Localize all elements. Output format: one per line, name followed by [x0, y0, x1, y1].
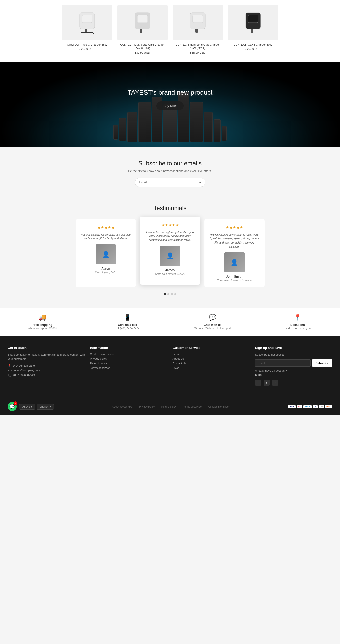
- footer-phone: 📞 +86 13326882549: [8, 374, 85, 377]
- feature-icon-4: 📍: [258, 314, 338, 321]
- paypal-icon: PP: [313, 405, 318, 408]
- bottom-link-2[interactable]: Refund policy: [161, 405, 177, 408]
- footer-signup-subtitle: Subscribe to get specia: [255, 353, 332, 357]
- testimonials-dots: [5, 293, 335, 303]
- testimonial-avatar-3: 👤: [224, 252, 245, 272]
- footer-login-link[interactable]: login: [255, 373, 332, 376]
- footer-info-link-3[interactable]: Refund policy: [90, 362, 167, 365]
- footer-info-link-2[interactable]: Privacy policy: [90, 357, 167, 360]
- product-name-1: CUKTECH Type-C Charger 65W: [62, 43, 112, 46]
- footer-address: 📍 2404 Ashton Lane: [8, 364, 85, 367]
- footer-cs-link-3[interactable]: Contact Us: [173, 362, 250, 365]
- footer-email-input[interactable]: [255, 359, 311, 367]
- svg-rect-1: [82, 15, 92, 23]
- product-name-4: CUKTECH GaN3 Charger 30W: [228, 43, 278, 46]
- footer-cs-link-1[interactable]: Search: [173, 353, 250, 356]
- currency-selector[interactable]: USD $ ▾: [19, 404, 35, 410]
- testimonial-name-3: John Smith: [209, 275, 260, 278]
- testimonial-stars-2: ★★★★★: [145, 223, 195, 227]
- subscribe-subtitle: Be the first to know about new collectio…: [5, 169, 335, 173]
- mastercard-icon: MC: [297, 405, 302, 408]
- facebook-icon[interactable]: f: [255, 380, 261, 386]
- footer-email-form: Subscribe: [255, 359, 332, 367]
- bottom-bar: 💬 1 USD $ ▾ English ▾ ©2024 tayest-luxe …: [0, 398, 340, 415]
- testimonials-section: Testimonials ★★★★★ Not only suitable for…: [0, 194, 340, 308]
- amex-icon: AMEX: [303, 405, 312, 408]
- svg-rect-2: [85, 29, 87, 33]
- chat-widget[interactable]: 💬 1: [8, 402, 17, 411]
- product-image-1: [62, 5, 112, 40]
- footer-information-title: Information: [90, 346, 167, 350]
- bottom-link-4[interactable]: Contact information: [208, 405, 230, 408]
- feature-subtitle-2: +1 (201) 555-5555: [88, 327, 168, 330]
- subscribe-submit-button[interactable]: →: [195, 178, 205, 187]
- svg-rect-12: [248, 15, 258, 23]
- product-price-1: $25.90 USD: [62, 47, 112, 50]
- footer-get-in-touch-title: Get in touch: [8, 346, 85, 350]
- bottom-link-3[interactable]: Terms of service: [183, 405, 202, 408]
- testimonial-dot-4[interactable]: [174, 293, 176, 295]
- testimonial-name-2: James: [145, 268, 195, 272]
- bottom-link-1[interactable]: Privacy policy: [139, 405, 155, 408]
- product-image-2: [117, 5, 168, 40]
- discover-icon: DISC: [325, 405, 332, 408]
- svg-rect-13: [251, 29, 253, 33]
- svg-rect-7: [140, 29, 142, 33]
- testimonials-grid: ★★★★★ Not only suitable for personal use…: [5, 219, 335, 287]
- product-card-4[interactable]: CUKTECH GaN3 Charger 30W $29.90 USD: [228, 5, 278, 54]
- product-card-3[interactable]: CUKTECH Multi-ports GaN Charger 65W (2C1…: [173, 5, 223, 54]
- diners-icon: DC: [319, 405, 324, 408]
- footer-get-in-touch: Get in touch Share contact information, …: [8, 346, 85, 386]
- product-name-2: CUKTECH Multi-ports GaN Charger 65W (2C1…: [117, 43, 168, 50]
- svg-rect-6: [137, 15, 148, 23]
- footer-information: Information Contact informationPrivacy p…: [90, 346, 167, 386]
- footer-account-text: Already have an account?: [255, 369, 332, 372]
- testimonial-name-1: Aaron: [81, 267, 131, 270]
- youtube-icon[interactable]: ▶: [264, 380, 270, 386]
- footer-info-link-1[interactable]: Contact information: [90, 353, 167, 356]
- products-section: CUKTECH Type-C Charger 65W $25.90 USD CU…: [0, 0, 340, 62]
- footer-signup: Sign up and save Subscribe to get specia…: [255, 346, 332, 386]
- hero-banner: TAYEST's brand new product Buy Now: [0, 62, 340, 147]
- svg-rect-9: [193, 15, 203, 23]
- footer-cs-link-4[interactable]: FAQs: [173, 366, 250, 369]
- testimonial-avatar-1: 👤: [96, 244, 116, 264]
- product-card-1[interactable]: CUKTECH Type-C Charger 65W $25.90 USD: [62, 5, 112, 54]
- product-card-2[interactable]: CUKTECH Multi-ports GaN Charger 65W (2C1…: [117, 5, 168, 54]
- feature-title-1: Free shipping: [3, 323, 82, 327]
- testimonial-location-2: State ST Fremont, U.S.A.: [145, 272, 195, 275]
- footer-info-link-4[interactable]: Terms of service: [90, 366, 167, 369]
- feature-subtitle-3: We offer 24-hour chat support: [173, 327, 253, 330]
- language-selector[interactable]: English ▾: [37, 404, 54, 410]
- location-icon: 📍: [8, 364, 11, 367]
- testimonial-dot-2[interactable]: [167, 293, 169, 295]
- email-icon: ✉: [8, 369, 10, 372]
- subscribe-form: →: [5, 178, 335, 187]
- testimonial-card-3: ★★★★★ This CUKTECH power bank is really …: [204, 219, 265, 287]
- testimonial-dot-3[interactable]: [171, 293, 173, 295]
- subscribe-email-input[interactable]: [135, 178, 195, 187]
- footer-email: ✉ contact@company.com: [8, 369, 85, 372]
- testimonial-card-2: ★★★★★ Compact in size, lightweight, and …: [140, 217, 200, 285]
- testimonial-location-1: Washington, D.C.: [81, 271, 131, 274]
- tiktok-icon[interactable]: ♪: [272, 380, 278, 386]
- feature-item-1: 🚚 Free shipping When you spend $100+: [0, 308, 85, 336]
- testimonial-stars-1: ★★★★★: [81, 225, 131, 230]
- footer-subscribe-button[interactable]: Subscribe: [312, 359, 332, 367]
- testimonial-stars-3: ★★★★★: [209, 225, 260, 230]
- hero-buy-now-button[interactable]: Buy Now: [156, 101, 183, 110]
- feature-subtitle-4: Find a store near you: [258, 327, 338, 330]
- footer-social-icons: f ▶ ♪: [255, 380, 332, 386]
- footer-customer-service-title: Customer Service: [173, 346, 250, 350]
- footer-customer-service: Customer Service SearchAbout UsContact U…: [173, 346, 250, 386]
- feature-item-4: 📍 Locations Find a store near you: [255, 308, 340, 336]
- footer-cs-link-2[interactable]: About Us: [173, 357, 250, 360]
- testimonials-title: Testimonials: [5, 205, 335, 212]
- visa-icon: VISA: [288, 405, 296, 408]
- svg-rect-10: [195, 29, 198, 33]
- feature-title-4: Locations: [258, 323, 338, 327]
- feature-title-3: Chat with us: [173, 323, 253, 327]
- testimonial-dot-1[interactable]: [164, 293, 166, 295]
- feature-item-2: 📱 Give us a call +1 (201) 555-5555: [85, 308, 170, 336]
- phone-icon: 📞: [8, 374, 11, 377]
